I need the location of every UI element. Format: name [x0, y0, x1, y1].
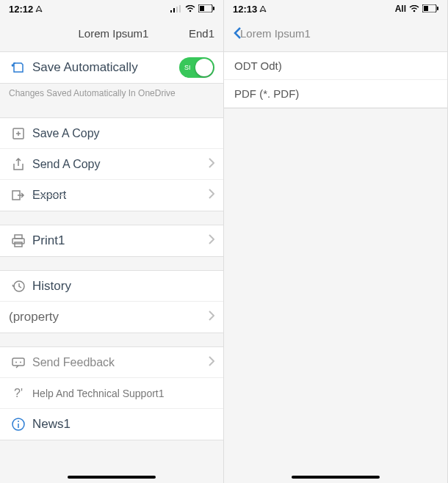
- status-bar: 12:12: [0, 0, 223, 15]
- autosave-caption: Changes Saved Automatically In OneDrive: [0, 84, 223, 104]
- help-row[interactable]: ?' Help And Technical Support1: [0, 378, 223, 409]
- autosave-icon: [9, 60, 28, 75]
- send-copy-row[interactable]: Send A Copy: [0, 149, 223, 180]
- svg-rect-12: [15, 242, 22, 247]
- help-label: Help And Technical Support1: [32, 388, 214, 399]
- autosave-label: Save Automatically: [32, 60, 179, 75]
- location-icon: [35, 4, 43, 15]
- svg-rect-21: [424, 6, 428, 11]
- send-copy-label: Send A Copy: [32, 158, 209, 171]
- format-pdf-label: PDF (*. PDF): [234, 87, 299, 100]
- property-label: (property: [9, 310, 209, 324]
- nav-end[interactable]: End1: [189, 27, 214, 40]
- svg-point-19: [413, 10, 416, 12]
- status-time: 12:12: [9, 4, 33, 15]
- nav-back-button[interactable]: Lorem Ipsum1: [233, 26, 311, 40]
- svg-point-15: [15, 361, 17, 363]
- screen-left: 12:12 Lorem Ipsum1 End1 Save Automatical…: [0, 0, 224, 483]
- autosave-row[interactable]: Save Automatically SI: [0, 52, 223, 83]
- chevron-right-icon: [209, 310, 214, 324]
- export-row[interactable]: Export: [0, 180, 223, 211]
- print-icon: [9, 233, 28, 248]
- autosave-toggle[interactable]: SI: [179, 57, 214, 78]
- svg-rect-3: [179, 5, 181, 12]
- chevron-right-icon: [209, 356, 214, 369]
- svg-rect-1: [173, 8, 175, 12]
- svg-rect-2: [176, 7, 178, 12]
- svg-rect-7: [213, 7, 214, 10]
- export-icon: [9, 188, 28, 203]
- feedback-row[interactable]: Send Feedback: [0, 347, 223, 378]
- news-label: News1: [32, 417, 214, 432]
- wifi-icon: [409, 4, 419, 15]
- status-extra: All: [395, 4, 406, 14]
- format-pdf-row[interactable]: PDF (*. PDF): [224, 80, 447, 108]
- property-row[interactable]: (property: [0, 302, 223, 333]
- history-icon: [9, 279, 28, 294]
- format-odt-row[interactable]: ODT Odt): [224, 52, 447, 80]
- feedback-label: Send Feedback: [32, 356, 209, 369]
- print-label: Print1: [32, 233, 209, 248]
- format-odt-label: ODT Odt): [234, 59, 282, 72]
- nav-bar: Lorem Ipsum1: [224, 15, 447, 51]
- help-icon: ?': [9, 387, 28, 400]
- svg-rect-0: [170, 10, 172, 12]
- info-icon: [9, 417, 28, 432]
- export-label: Export: [32, 189, 209, 202]
- nav-bar: Lorem Ipsum1 End1: [0, 15, 223, 51]
- print-row[interactable]: Print1: [0, 225, 223, 256]
- home-indicator[interactable]: [68, 476, 156, 479]
- svg-rect-22: [437, 7, 438, 10]
- svg-rect-6: [200, 6, 204, 11]
- history-row[interactable]: History: [0, 271, 223, 302]
- svg-rect-14: [12, 358, 24, 366]
- wifi-icon: [185, 4, 195, 15]
- save-copy-row[interactable]: Save A Copy: [0, 118, 223, 149]
- location-icon: [259, 4, 267, 15]
- home-indicator[interactable]: [292, 476, 380, 479]
- nav-back-label: Lorem Ipsum1: [240, 27, 311, 40]
- battery-icon: [198, 4, 214, 15]
- save-plus-icon: [9, 126, 28, 141]
- history-label: History: [32, 279, 214, 294]
- chevron-right-icon: [209, 234, 214, 247]
- feedback-icon: [9, 355, 28, 370]
- svg-point-4: [189, 10, 192, 12]
- chevron-right-icon: [209, 189, 214, 202]
- save-copy-label: Save A Copy: [32, 127, 214, 140]
- chevron-right-icon: [209, 158, 214, 171]
- nav-title: Lorem Ipsum1: [38, 27, 189, 40]
- share-icon: [9, 157, 28, 172]
- svg-point-18: [18, 421, 19, 422]
- news-row[interactable]: News1: [0, 409, 223, 440]
- svg-point-16: [20, 361, 21, 363]
- status-time: 12:13: [233, 4, 257, 15]
- screen-right: 12:13 All Lorem Ipsum1 ODT Odt) PDF (*. …: [224, 0, 448, 483]
- signal-icon: [170, 4, 182, 15]
- status-bar: 12:13 All: [224, 0, 447, 15]
- battery-icon: [422, 4, 438, 15]
